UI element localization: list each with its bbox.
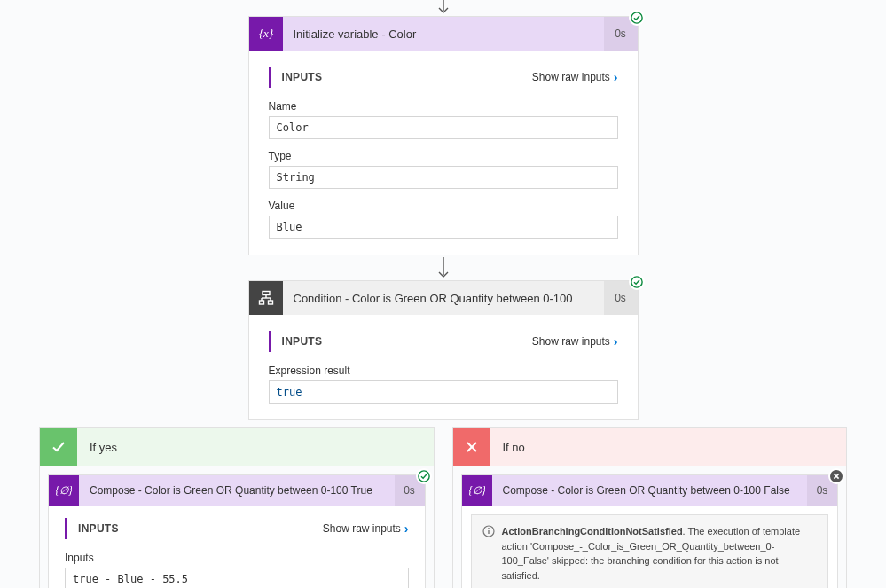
status-skipped-icon: [828, 468, 844, 484]
svg-point-22: [488, 528, 490, 529]
skipped-text: ActionBranchingConditionNotSatisfied. Th…: [502, 524, 818, 583]
field-value: Blue: [269, 216, 618, 239]
chevron-right-icon: ›: [614, 70, 618, 84]
branch-if-no: If no {∅} Compose - Color is Green OR Qu…: [452, 427, 848, 588]
show-raw-inputs-link[interactable]: Show raw inputs ›: [532, 334, 618, 349]
action-title: Compose - Color is Green OR Quantity bet…: [492, 484, 808, 497]
field-inputs: Inputs true - Blue - 55.5: [65, 552, 409, 588]
raw-link-text: Show raw inputs: [323, 522, 401, 535]
action-header[interactable]: {∅} Compose - Color is Green OR Quantity…: [49, 475, 425, 506]
action-condition[interactable]: Condition - Color is Green OR Quantity b…: [248, 280, 639, 420]
svg-point-13: [418, 471, 428, 482]
show-raw-inputs-link[interactable]: Show raw inputs ›: [532, 70, 618, 84]
field-value: Color: [269, 116, 618, 139]
field-label: Inputs: [65, 552, 409, 564]
action-header[interactable]: {∅} Compose - Color is Green OR Quantity…: [462, 475, 838, 506]
svg-rect-5: [259, 301, 263, 304]
condition-icon: [249, 281, 283, 315]
flow-arrow-mid: [0, 255, 886, 280]
flow-arrow-top: [0, 0, 886, 16]
skipped-code: ActionBranchingConditionNotSatisfied: [502, 526, 683, 537]
action-header[interactable]: Condition - Color is Green OR Quantity b…: [249, 281, 638, 315]
branch-header[interactable]: If yes: [40, 428, 434, 466]
arrow-down-icon: [437, 255, 450, 280]
branch-if-yes: If yes {∅} Compose - Color is Green OR Q…: [39, 427, 435, 588]
action-initialize-variable[interactable]: {x} Initialize variable - Color 0s INPUT…: [248, 16, 639, 255]
inputs-label: INPUTS: [78, 522, 323, 535]
field-label: Value: [269, 200, 618, 212]
field-value-wrap: Value Blue: [269, 200, 618, 239]
inputs-section-header: INPUTS Show raw inputs ›: [269, 331, 618, 352]
svg-rect-4: [263, 292, 270, 295]
inputs-section-header: INPUTS Show raw inputs ›: [269, 67, 618, 88]
field-expression: Expression result true: [269, 365, 618, 404]
action-title: Compose - Color is Green OR Quantity bet…: [79, 484, 395, 497]
field-name: Name Color: [269, 100, 618, 139]
compose-icon: {∅}: [49, 475, 79, 506]
skipped-message: ActionBranchingConditionNotSatisfied. Th…: [471, 514, 829, 588]
field-label: Name: [269, 100, 618, 113]
check-icon: [40, 428, 77, 466]
action-header[interactable]: {x} Initialize variable - Color 0s: [249, 17, 638, 51]
action-compose-false[interactable]: {∅} Compose - Color is Green OR Quantity…: [461, 474, 839, 588]
svg-point-2: [631, 12, 641, 23]
action-title: Initialize variable - Color: [283, 27, 604, 41]
action-body: INPUTS Show raw inputs › Inputs true - B…: [49, 506, 425, 588]
svg-text:{∅}: {∅}: [469, 484, 485, 497]
status-success-icon: [629, 274, 645, 290]
action-body: INPUTS Show raw inputs › Expression resu…: [249, 315, 638, 419]
inputs-label: INPUTS: [282, 335, 532, 348]
action-body: INPUTS Show raw inputs › Name Color Type…: [249, 51, 638, 255]
field-label: Type: [269, 150, 618, 162]
branch-header[interactable]: If no: [453, 428, 847, 466]
info-icon: [482, 525, 495, 583]
field-type: Type String: [269, 150, 618, 189]
field-label: Expression result: [269, 365, 618, 377]
inputs-section-header: INPUTS Show raw inputs ›: [65, 518, 409, 539]
inputs-label: INPUTS: [282, 71, 532, 83]
chevron-right-icon: ›: [404, 521, 409, 536]
condition-branches: If yes {∅} Compose - Color is Green OR Q…: [0, 427, 886, 588]
variable-icon: {x}: [249, 17, 283, 51]
svg-rect-6: [268, 301, 272, 304]
status-success-icon: [629, 10, 645, 26]
branch-label: If no: [490, 441, 537, 454]
status-success-icon: [416, 468, 432, 484]
close-icon: [453, 428, 490, 466]
action-title: Condition - Color is Green OR Quantity b…: [283, 292, 604, 305]
svg-point-11: [631, 277, 641, 287]
compose-icon: {∅}: [462, 475, 492, 506]
branch-label: If yes: [77, 441, 129, 454]
raw-link-text: Show raw inputs: [532, 335, 610, 348]
field-value: String: [269, 166, 618, 189]
field-value: true - Blue - 55.5: [65, 568, 409, 588]
show-raw-inputs-link[interactable]: Show raw inputs ›: [323, 521, 409, 536]
arrow-down-icon: [437, 0, 450, 16]
field-value: true: [269, 380, 618, 404]
chevron-right-icon: ›: [614, 334, 618, 349]
svg-text:{∅}: {∅}: [56, 484, 72, 497]
raw-link-text: Show raw inputs: [532, 71, 610, 83]
action-compose-true[interactable]: {∅} Compose - Color is Green OR Quantity…: [48, 474, 426, 588]
svg-text:{x}: {x}: [258, 27, 273, 40]
